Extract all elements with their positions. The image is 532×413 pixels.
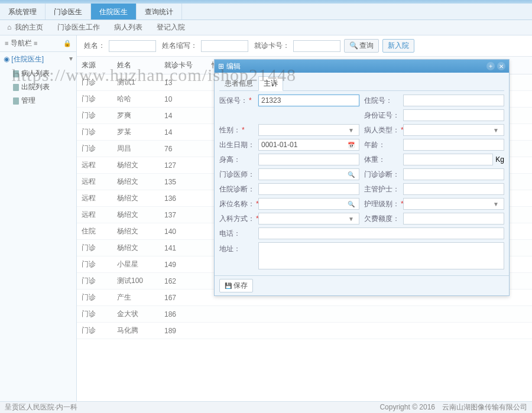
tree-root[interactable]: ◉ [住院医生]▾	[0, 52, 76, 67]
kg-unit: Kg	[495, 155, 504, 164]
lbl-medins: 医保号：	[219, 96, 254, 106]
lbl-level: 护理级别：	[364, 199, 398, 209]
footer: 呈贡区人民医院·内一科 Copyright © 2016 云南山湖图像传输有限公…	[0, 401, 532, 413]
name-input[interactable]	[109, 40, 156, 52]
search-icon[interactable]: 🔍	[346, 171, 356, 178]
subtab-outwork[interactable]: 门诊医生工作	[50, 20, 107, 35]
phone-input[interactable]	[258, 227, 504, 239]
bed-lookup[interactable]: 🔍	[258, 198, 359, 210]
col-card[interactable]: 就诊卡号	[160, 57, 207, 74]
indiag-input[interactable]	[258, 183, 359, 195]
new-admit-button[interactable]: 新入院	[382, 39, 414, 53]
lbl-height: 身高：	[219, 155, 254, 165]
lbl-indiag: 住院诊断：	[219, 184, 254, 194]
home-icon: ⌂	[7, 23, 13, 29]
nurse-input[interactable]	[403, 183, 504, 195]
modal-title: 编辑	[226, 61, 241, 71]
lbl-weight: 体重：	[364, 155, 398, 165]
chevron-down-icon: ▾	[69, 54, 73, 63]
file-icon	[13, 97, 19, 105]
inpatient-input[interactable]	[403, 95, 504, 106]
lbl-sex: 性别：	[219, 125, 254, 135]
save-button[interactable]: 💾保存	[219, 279, 253, 292]
deposit-input[interactable]	[403, 213, 504, 225]
save-icon: 💾	[225, 282, 232, 289]
pinyin-label: 姓名缩写：	[162, 41, 197, 51]
subtab-home[interactable]: ⌂我的主页	[0, 20, 50, 35]
main-tabs: 系统管理 门诊医生 住院医生 查询统计	[0, 4, 532, 20]
ptype-select[interactable]: ▼	[403, 124, 504, 136]
tree-item-manage[interactable]: 管理	[11, 94, 76, 108]
idcard-input[interactable]	[403, 109, 504, 121]
col-src[interactable]: 来源	[77, 57, 112, 74]
lbl-deposit: 欠费额度：	[364, 214, 398, 224]
lock-icon[interactable]: 🔒	[63, 40, 72, 47]
modal-tab-info[interactable]: 患者信息	[219, 76, 258, 90]
lbl-doctor: 门诊医师：	[219, 170, 254, 180]
footer-left: 呈贡区人民医院·内一科	[5, 402, 77, 412]
lbl-bed: 床位名称：	[219, 199, 254, 209]
caret-icon: ▼	[491, 201, 501, 207]
edit-modal: ⊞编辑 ＋ ✕ 患者信息 主诉 医保号： 住院号： 身份证号： 性别： ▼ 病人…	[214, 59, 510, 296]
card-input[interactable]	[293, 40, 340, 52]
caret-icon: ▼	[491, 127, 501, 134]
file-icon	[13, 84, 19, 91]
sub-tabs: ⌂我的主页 门诊医生工作 病人列表 登记入院	[0, 20, 532, 35]
search-button[interactable]: 🔍查询	[344, 39, 379, 53]
lbl-addr: 地址：	[219, 242, 254, 254]
caret-icon: ▼	[346, 127, 356, 134]
modal-header: ⊞编辑 ＋ ✕	[215, 60, 509, 73]
addr-input[interactable]	[258, 242, 504, 269]
lbl-ptype: 病人类型：	[364, 125, 398, 135]
card-label: 就诊卡号：	[254, 41, 290, 51]
lbl-diag: 门诊诊断：	[364, 170, 398, 180]
age-input[interactable]	[403, 139, 504, 151]
modal-tab-complaint[interactable]: 主诉	[258, 76, 283, 91]
tab-system[interactable]: 系统管理	[0, 4, 46, 19]
sex-select[interactable]: ▼	[258, 124, 359, 136]
table-row[interactable]: 门诊金大状186	[77, 306, 532, 323]
file-icon	[13, 70, 19, 77]
menu-icon: ≡	[5, 40, 8, 47]
lbl-phone: 电话：	[219, 229, 254, 239]
menu-icon-2: ≡	[34, 40, 37, 47]
tree-item-discharge[interactable]: 出院列表	[11, 80, 76, 94]
birth-input[interactable]: 📅	[258, 139, 359, 151]
tab-outpatient[interactable]: 门诊医生	[46, 4, 91, 19]
lbl-idcard: 身份证号：	[364, 110, 398, 121]
search-icon[interactable]: 🔍	[346, 201, 356, 207]
subtab-register[interactable]: 登记入院	[150, 20, 192, 35]
calendar-icon[interactable]: 📅	[346, 142, 356, 148]
doctor-lookup[interactable]: 🔍	[258, 168, 359, 180]
filter-bar: 姓名： 姓名缩写： 就诊卡号： 🔍查询 新入院	[77, 35, 532, 57]
level-select[interactable]: ▼	[403, 198, 504, 210]
lbl-way: 入科方式：	[219, 214, 254, 224]
col-name[interactable]: 姓名	[112, 57, 160, 74]
diag-input[interactable]	[403, 168, 504, 180]
search-icon: 🔍	[349, 41, 358, 50]
tree-item-patients[interactable]: 病人列表	[11, 67, 76, 80]
lbl-birth: 出生日期：	[219, 140, 254, 150]
caret-icon: ▼	[346, 216, 356, 222]
grid-icon: ⊞	[218, 62, 224, 70]
name-label: 姓名：	[84, 41, 105, 51]
sidebar: ≡ 导航栏 ≡ 🔒 ◉ [住院医生]▾ 病人列表 出院列表 管理	[0, 35, 77, 401]
table-row[interactable]: 门诊马化腾189	[77, 323, 532, 339]
close-icon[interactable]: ✕	[497, 62, 505, 70]
lbl-inpatient: 住院号：	[364, 96, 398, 106]
sidebar-title: 导航栏	[11, 39, 32, 47]
medins-input[interactable]	[258, 95, 359, 106]
lbl-nurse: 主管护士：	[364, 184, 398, 194]
lbl-age: 年龄：	[364, 140, 398, 150]
pinyin-input[interactable]	[201, 40, 248, 52]
tab-stats[interactable]: 查询统计	[137, 4, 182, 19]
expand-icon[interactable]: ＋	[486, 62, 495, 70]
footer-right: Copyright © 2016 云南山湖图像传输有限公司	[379, 402, 527, 412]
way-select[interactable]: ▼	[258, 213, 359, 225]
height-input[interactable]	[258, 154, 359, 165]
weight-input[interactable]	[403, 154, 493, 165]
subtab-patients[interactable]: 病人列表	[107, 20, 150, 35]
tab-inpatient[interactable]: 住院医生	[91, 4, 137, 19]
